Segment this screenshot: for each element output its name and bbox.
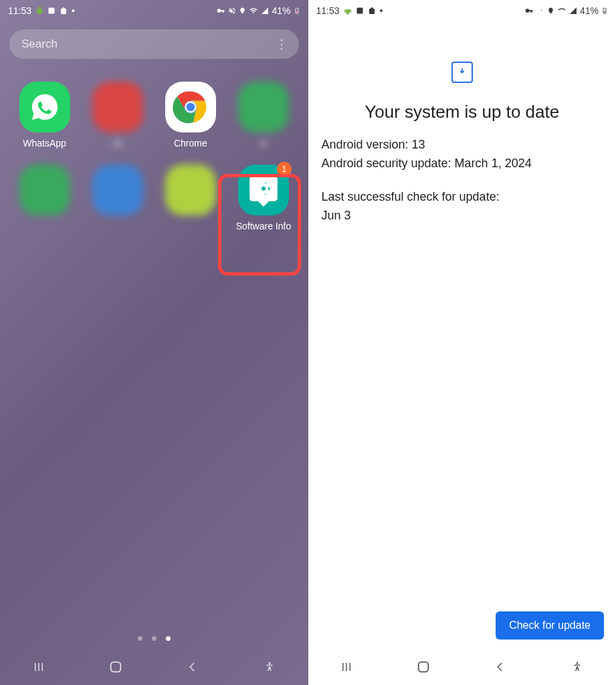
dot[interactable] [138,636,142,641]
status-bar-left: 11:53 • [0,0,308,21]
app-blurred-7[interactable] [154,165,227,231]
more-icon[interactable]: ⋮ [276,37,287,52]
navigation-bar [308,649,617,685]
last-check-label: Last successful check for update: [322,188,603,207]
back-button[interactable] [492,658,509,676]
mute-icon [228,7,236,15]
wifi-icon [249,7,258,15]
svg-point-19 [577,662,579,664]
search-placeholder: Search [21,37,276,51]
app-whatsapp[interactable]: WhatsApp [8,82,81,149]
vpn-icon [216,7,225,15]
svg-point-5 [185,102,195,112]
status-time: 11:53 [316,5,340,16]
blurred-icon [238,82,289,132]
battery-icon [601,6,608,15]
recent-apps-button[interactable] [30,658,47,676]
location-icon [239,7,246,15]
recent-apps-button[interactable] [338,658,355,676]
notification-badge: 1 [277,162,292,177]
gallery-icon [47,7,56,15]
app-label: Software Info [236,221,292,231]
last-check-date: Jun 3 [322,207,603,225]
back-button[interactable] [184,658,201,676]
shopping-icon [368,7,376,15]
security-update-line: Android security update: March 1, 2024 [322,155,603,173]
mute-icon [536,7,544,15]
svg-rect-12 [356,8,363,14]
app-chrome[interactable]: Chrome [154,82,227,149]
app-label [43,221,46,231]
blurred-icon [165,165,216,215]
svg-rect-14 [604,11,606,13]
app-label: m [260,138,268,149]
app-label [116,221,119,231]
home-button[interactable] [415,658,432,676]
software-info-icon: 1 [238,165,289,215]
accessibility-button[interactable] [261,658,278,676]
home-screen: 11:53 • [0,0,308,685]
blurred-icon [19,165,70,215]
app-blurred-5[interactable] [8,165,81,231]
signal-icon [569,7,577,15]
whatsapp-icon [19,82,70,132]
battery-text: 41% [272,5,290,16]
shopping-icon [60,7,68,15]
svg-rect-18 [419,662,429,672]
app-label: WhatsApp [23,138,66,149]
accessibility-button[interactable] [569,658,586,676]
android-icon [344,7,352,15]
wifi-icon [557,7,567,15]
gallery-icon [356,7,364,15]
app-blurred-2[interactable]: al [81,82,154,149]
chrome-icon [165,82,216,132]
svg-rect-0 [49,8,55,14]
check-for-update-button[interactable]: Check for update [496,611,604,640]
update-title: Your system is up to date [365,102,559,122]
dot[interactable] [152,636,157,641]
app-label: al [114,138,121,149]
status-bar-right: 11:53 • [308,0,617,21]
vpn-icon [524,7,534,15]
blurred-icon [92,165,143,215]
search-bar[interactable]: Search ⋮ [9,29,299,59]
svg-rect-10 [110,662,120,672]
system-update-icon [451,62,473,83]
status-time: 11:53 [8,5,31,16]
signal-icon [261,7,269,15]
app-label: Chrome [174,138,207,149]
dot-active[interactable] [166,636,171,641]
system-update-screen: 11:53 • [308,0,617,685]
location-icon [547,7,554,15]
navigation-bar [0,649,308,685]
svg-rect-2 [296,11,298,13]
android-version-line: Android version: 13 [322,136,603,155]
status-dot: • [380,5,383,16]
status-dot: • [72,5,75,16]
app-software-info[interactable]: 1 Software Info [227,165,300,231]
blurred-icon [92,82,143,132]
app-blurred-4[interactable]: m [227,82,300,149]
battery-icon [294,6,300,15]
battery-text: 41% [580,5,599,16]
page-indicator [0,636,308,641]
android-icon [35,7,43,15]
app-grid: WhatsApp al Chrome m [0,67,308,246]
home-button[interactable] [107,658,124,676]
svg-point-11 [268,662,270,664]
app-label [189,221,192,231]
app-blurred-6[interactable] [81,165,154,231]
